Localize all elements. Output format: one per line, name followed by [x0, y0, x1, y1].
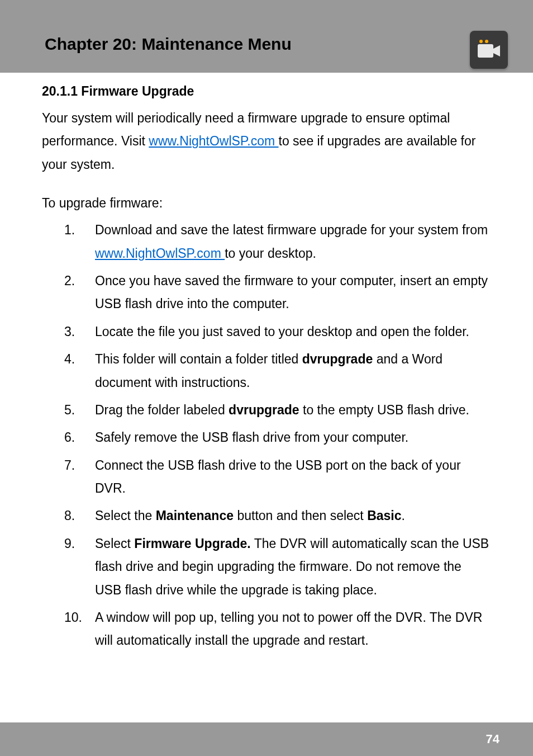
step-number: 10. — [64, 606, 95, 653]
step-text-fragment: This folder will contain a folder titled — [95, 352, 302, 366]
svg-point-1 — [479, 40, 483, 43]
step-item: 4.This folder will contain a folder titl… — [64, 348, 491, 394]
chapter-title: Chapter 20: Maintenance Menu — [45, 35, 292, 54]
step-item: 2.Once you have saved the firmware to yo… — [64, 270, 491, 316]
step-text-fragment: to your desktop. — [225, 246, 316, 261]
step-text-fragment: Once you have saved the firmware to your… — [95, 273, 488, 311]
step-text: Connect the USB flash drive to the USB p… — [95, 454, 491, 500]
step-item: 5.Drag the folder labeled dvrupgrade to … — [64, 399, 491, 422]
step-text-fragment: Download and save the latest firmware up… — [95, 223, 488, 237]
page-number: 74 — [486, 732, 499, 746]
step-text: Once you have saved the firmware to your… — [95, 270, 491, 316]
chapter-header: Chapter 20: Maintenance Menu — [0, 0, 533, 73]
step-item: 1.Download and save the latest firmware … — [64, 219, 491, 265]
step-text: A window will pop up, telling you not to… — [95, 606, 491, 653]
step-item: 6.Safely remove the USB flash drive from… — [64, 426, 491, 449]
step-number: 4. — [64, 348, 95, 394]
step-number: 8. — [64, 504, 95, 527]
step-item: 7.Connect the USB flash drive to the USB… — [64, 454, 491, 500]
page-content: 20.1.1 Firmware Upgrade Your system will… — [0, 73, 533, 653]
footer: 74 — [0, 722, 533, 756]
step-text: Select Firmware Upgrade. The DVR will au… — [95, 532, 491, 602]
step-item: 3.Locate the file you just saved to your… — [64, 320, 491, 343]
camera-icon — [470, 31, 508, 69]
step-text: Select the Maintenance button and then s… — [95, 504, 491, 527]
step-number: 7. — [64, 454, 95, 500]
intro-paragraph: Your system will periodically need a fir… — [42, 107, 491, 176]
step-bold-text: dvrupgrade — [302, 352, 373, 366]
intro-link[interactable]: www.NightOwlSP.com — [149, 134, 278, 148]
step-number: 2. — [64, 270, 95, 316]
step-link[interactable]: www.NightOwlSP.com — [95, 246, 225, 261]
step-item: 9.Select Firmware Upgrade. The DVR will … — [64, 532, 491, 602]
step-bold-text: Basic — [367, 508, 401, 523]
step-number: 9. — [64, 532, 95, 602]
step-bold-text: dvrupgrade — [229, 403, 299, 417]
step-text-fragment: to the empty USB flash drive. — [299, 403, 469, 417]
step-text: This folder will contain a folder titled… — [95, 348, 491, 394]
step-number: 6. — [64, 426, 95, 449]
step-text-fragment: Select — [95, 536, 134, 551]
upgrade-subhead: To upgrade firmware: — [42, 196, 491, 211]
step-text-fragment: Safely remove the USB flash drive from y… — [95, 430, 408, 445]
step-number: 1. — [64, 219, 95, 265]
step-text: Locate the file you just saved to your d… — [95, 320, 491, 343]
steps-list: 1.Download and save the latest firmware … — [42, 219, 491, 653]
step-text-fragment: A window will pop up, telling you not to… — [95, 610, 482, 648]
step-number: 3. — [64, 320, 95, 343]
step-text: Safely remove the USB flash drive from y… — [95, 426, 491, 449]
step-text-fragment: button and then select — [234, 508, 367, 523]
step-text-fragment: Connect the USB flash drive to the USB p… — [95, 458, 461, 495]
step-number: 5. — [64, 399, 95, 422]
step-text-fragment: Locate the file you just saved to your d… — [95, 324, 469, 339]
step-item: 10.A window will pop up, telling you not… — [64, 606, 491, 653]
svg-rect-0 — [478, 44, 493, 58]
step-item: 8.Select the Maintenance button and then… — [64, 504, 491, 527]
svg-point-2 — [485, 40, 488, 43]
step-text-fragment: Select the — [95, 508, 156, 523]
step-text: Download and save the latest firmware up… — [95, 219, 491, 265]
step-bold-text: Maintenance — [156, 508, 234, 523]
step-bold-text: Firmware Upgrade. — [134, 536, 250, 551]
step-text-fragment: . — [402, 508, 405, 523]
section-title: 20.1.1 Firmware Upgrade — [42, 84, 491, 99]
step-text-fragment: Drag the folder labeled — [95, 403, 229, 417]
step-text: Drag the folder labeled dvrupgrade to th… — [95, 399, 491, 422]
